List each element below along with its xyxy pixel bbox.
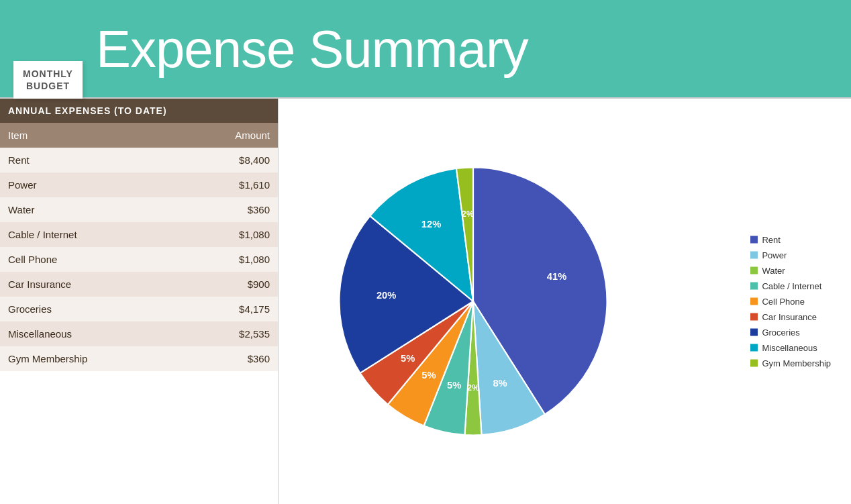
amount-cell: $8,400 xyxy=(181,148,278,172)
amount-cell: $360 xyxy=(181,346,278,371)
legend-label: Power xyxy=(762,250,787,260)
monthly-budget-badge: MONTHLY BUDGET xyxy=(13,61,83,99)
legend-color-box xyxy=(750,267,758,274)
legend-item: Car Insurance xyxy=(750,312,831,322)
table-row: Rent $8,400 xyxy=(0,148,278,172)
table-section-title: ANNUAL EXPENSES (TO DATE) xyxy=(0,99,278,123)
pie-label: 2% xyxy=(467,383,479,393)
table-row: Water $360 xyxy=(0,197,278,222)
pie-label: 41% xyxy=(547,271,566,282)
legend-label: Miscellaneous xyxy=(762,343,817,353)
item-cell: Miscellaneous xyxy=(0,321,181,346)
table-row: Car Insurance $900 xyxy=(0,272,278,297)
main-content: ANNUAL EXPENSES (TO DATE) Item Amount Re… xyxy=(0,97,851,504)
page-title: Expense Summary xyxy=(96,23,528,75)
badge-line1: MONTHLY xyxy=(23,68,73,79)
expense-table: Item Amount Rent $8,400 Power $1,610 Wat… xyxy=(0,123,278,371)
amount-cell: $1,080 xyxy=(181,222,278,247)
amount-cell: $2,535 xyxy=(181,321,278,346)
table-header-row: Item Amount xyxy=(0,123,278,148)
pie-label: 5% xyxy=(447,380,461,391)
legend-label: Cable / Internet xyxy=(762,281,821,291)
pie-chart: 41%8%2%5%5%5%20%12%2% xyxy=(332,160,614,442)
item-cell: Cable / Internet xyxy=(0,222,181,247)
chart-legend: Rent Power Water Cable / Internet Cell P… xyxy=(750,235,831,368)
item-cell: Cell Phone xyxy=(0,247,181,272)
legend-label: Gym Membership xyxy=(762,358,831,368)
legend-color-box xyxy=(750,360,758,367)
item-cell: Gym Membership xyxy=(0,346,181,371)
legend-color-box xyxy=(750,298,758,305)
legend-item: Miscellaneous xyxy=(750,343,831,353)
amount-cell: $1,610 xyxy=(181,172,278,197)
pie-label: 20% xyxy=(377,290,396,301)
chart-section: 41%8%2%5%5%5%20%12%2% Rent Power Water C… xyxy=(279,99,851,504)
pie-svg: 41%8%2%5%5%5%20%12%2% xyxy=(332,160,614,442)
legend-label: Groceries xyxy=(762,327,799,338)
legend-color-box xyxy=(750,283,758,290)
legend-color-box xyxy=(750,252,758,259)
amount-cell: $4,175 xyxy=(181,297,278,321)
legend-item: Rent xyxy=(750,235,831,245)
pie-label: 5% xyxy=(401,353,415,364)
legend-color-box xyxy=(750,313,758,321)
table-row: Cell Phone $1,080 xyxy=(0,247,278,272)
col-item: Item xyxy=(0,123,181,148)
table-row: Miscellaneous $2,535 xyxy=(0,321,278,346)
legend-color-box xyxy=(750,344,758,352)
item-cell: Power xyxy=(0,172,181,197)
legend-item: Cable / Internet xyxy=(750,281,831,291)
table-row: Gym Membership $360 xyxy=(0,346,278,371)
legend-item: Power xyxy=(750,250,831,260)
legend-item: Groceries xyxy=(750,327,831,338)
table-row: Cable / Internet $1,080 xyxy=(0,222,278,247)
legend-item: Gym Membership xyxy=(750,358,831,368)
legend-label: Cell Phone xyxy=(762,297,805,307)
item-cell: Groceries xyxy=(0,297,181,321)
legend-item: Cell Phone xyxy=(750,297,831,307)
pie-label: 8% xyxy=(493,378,507,389)
legend-item: Water xyxy=(750,266,831,276)
legend-label: Car Insurance xyxy=(762,312,817,322)
pie-label: 2% xyxy=(462,209,474,219)
item-cell: Rent xyxy=(0,148,181,172)
table-row: Power $1,610 xyxy=(0,172,278,197)
item-cell: Water xyxy=(0,197,181,222)
amount-cell: $1,080 xyxy=(181,247,278,272)
amount-cell: $900 xyxy=(181,272,278,297)
legend-color-box xyxy=(750,236,758,244)
col-amount: Amount xyxy=(181,123,278,148)
amount-cell: $360 xyxy=(181,197,278,222)
item-cell: Car Insurance xyxy=(0,272,181,297)
legend-label: Rent xyxy=(762,235,780,245)
legend-color-box xyxy=(750,329,758,336)
expense-table-section: ANNUAL EXPENSES (TO DATE) Item Amount Re… xyxy=(0,99,279,504)
header: MONTHLY BUDGET Expense Summary xyxy=(0,0,851,97)
legend-label: Water xyxy=(762,266,785,276)
pie-label: 12% xyxy=(421,219,441,230)
badge-line2: BUDGET xyxy=(26,81,70,91)
pie-label: 5% xyxy=(421,370,436,381)
table-row: Groceries $4,175 xyxy=(0,297,278,321)
